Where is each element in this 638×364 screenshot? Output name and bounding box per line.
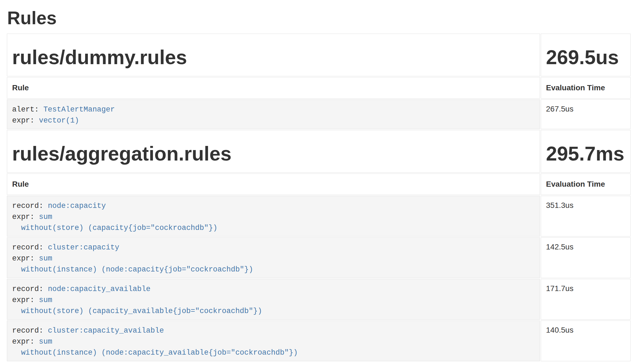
rule-expr-link[interactable]: sum without(store) (capacity{job="cockro…	[12, 213, 217, 232]
rule-kind-label: record:	[12, 285, 43, 293]
column-header-row: Rule Evaluation Time	[7, 173, 631, 195]
expr-label: expr:	[12, 213, 34, 221]
rule-kind-label: record:	[12, 202, 43, 210]
rule-name-link[interactable]: cluster:capacity_available	[48, 327, 164, 335]
rule-kind-label: record:	[12, 327, 43, 335]
rule-evaluation-time: 171.7us	[541, 279, 631, 320]
rule-name-link[interactable]: node:capacity_available	[48, 285, 151, 293]
rule-evaluation-time: 140.5us	[541, 320, 631, 361]
rule-group-evaluation-time: 269.5us	[546, 46, 625, 69]
rule-column-header: Rule	[7, 173, 540, 195]
rule-row: record: node:capacity_available expr: su…	[7, 279, 631, 320]
rule-definition-code: record: cluster:capacity_available expr:…	[12, 325, 535, 358]
rule-definition-cell: record: node:capacity expr: sum without(…	[7, 196, 540, 237]
rule-column-header: Rule	[7, 77, 540, 99]
rule-row: record: cluster:capacity_available expr:…	[7, 320, 631, 361]
rule-group-name: rules/aggregation.rules	[12, 142, 535, 165]
rule-definition-cell: record: node:capacity_available expr: su…	[7, 279, 540, 320]
rule-group-name: rules/dummy.rules	[12, 46, 535, 69]
rule-name-link[interactable]: cluster:capacity	[48, 243, 119, 252]
rule-kind-label: alert:	[12, 105, 39, 114]
rule-definition-code: record: node:capacity expr: sum without(…	[12, 200, 535, 233]
rule-group-header-row: rules/aggregation.rules 295.7ms	[7, 130, 631, 173]
rule-group-name-cell: rules/aggregation.rules	[7, 130, 540, 173]
column-header-row: Rule Evaluation Time	[7, 77, 631, 99]
rules-table: rules/dummy.rules 269.5us Rule Evaluatio…	[6, 33, 631, 362]
rule-expr-link[interactable]: vector(1)	[39, 116, 79, 125]
evaluation-time-column-header: Evaluation Time	[541, 77, 631, 99]
rule-row: record: cluster:capacity expr: sum witho…	[7, 237, 631, 278]
rule-name-link[interactable]: TestAlertManager	[43, 105, 115, 114]
rules-page: Rules rules/dummy.rules 269.5us Rule Eva…	[0, 0, 638, 362]
rule-kind-label: record:	[12, 243, 43, 252]
rule-row: record: node:capacity expr: sum without(…	[7, 196, 631, 237]
rule-definition-code: alert: TestAlertManager expr: vector(1)	[12, 104, 535, 126]
rule-group-header-row: rules/dummy.rules 269.5us	[7, 34, 631, 76]
expr-label: expr:	[12, 296, 34, 304]
expr-label: expr:	[12, 338, 34, 346]
evaluation-time-column-header: Evaluation Time	[541, 173, 631, 195]
rule-group-evaluation-time-cell: 295.7ms	[541, 130, 631, 173]
expr-label: expr:	[12, 254, 34, 263]
rule-expr-link[interactable]: sum without(store) (capacity_available{j…	[12, 296, 262, 315]
rule-group-evaluation-time-cell: 269.5us	[541, 34, 631, 76]
rule-evaluation-time: 351.3us	[541, 196, 631, 237]
rule-definition-code: record: node:capacity_available expr: su…	[12, 284, 535, 317]
rule-definition-cell: record: cluster:capacity expr: sum witho…	[7, 237, 540, 278]
rule-expr-link[interactable]: sum without(instance) (node:capacity_ava…	[12, 338, 298, 357]
rule-name-link[interactable]: node:capacity	[48, 202, 106, 210]
rule-group-evaluation-time: 295.7ms	[546, 142, 625, 165]
rule-evaluation-time: 142.5us	[541, 237, 631, 278]
page-title: Rules	[7, 7, 631, 29]
rule-definition-code: record: cluster:capacity expr: sum witho…	[12, 242, 535, 275]
expr-label: expr:	[12, 116, 34, 125]
rule-row: alert: TestAlertManager expr: vector(1) …	[7, 99, 631, 129]
rule-expr-link[interactable]: sum without(instance) (node:capacity{job…	[12, 254, 253, 274]
rule-definition-cell: alert: TestAlertManager expr: vector(1)	[7, 99, 540, 129]
rule-group-name-cell: rules/dummy.rules	[7, 34, 540, 76]
rule-definition-cell: record: cluster:capacity_available expr:…	[7, 320, 540, 361]
rule-evaluation-time: 267.5us	[541, 99, 631, 129]
